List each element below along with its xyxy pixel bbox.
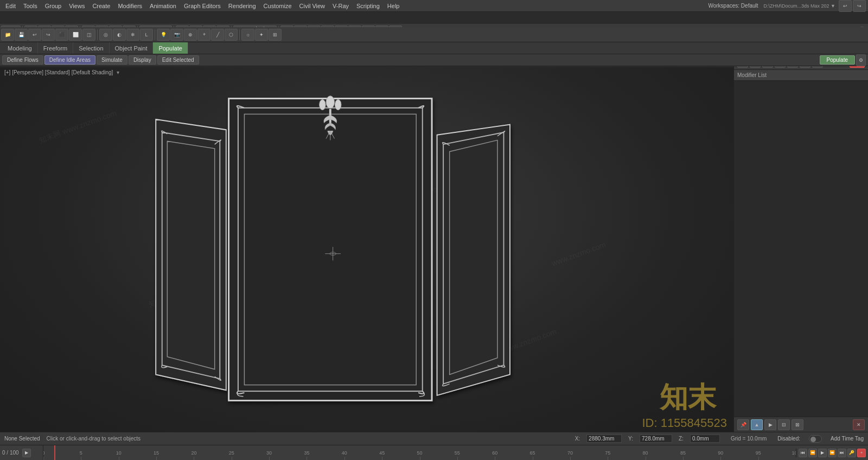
redo-icon[interactable]: ↪ [853, 0, 866, 12]
timeline-tick-35 [307, 457, 307, 460]
modifier-hide-btn[interactable]: ⊠ [792, 419, 803, 430]
y-coord-input[interactable] [640, 435, 672, 443]
timeline-area: 0 / 100 ▶ 051015202530354045505560657075… [0, 445, 868, 460]
sep-r2-1 [97, 29, 98, 40]
simulate-btn[interactable]: Simulate [97, 55, 127, 65]
isolate[interactable]: ◎ [99, 29, 112, 41]
next-frame-btn[interactable]: ⏩ [828, 449, 837, 457]
timeline-tick-80 [646, 457, 646, 460]
object-properties[interactable]: ⊞ [269, 29, 282, 41]
effects[interactable]: ✦ [255, 29, 268, 41]
tab-modeling[interactable]: Modeling [2, 42, 38, 54]
populate-toolbar: Define Flows Define Idle Areas Simulate … [0, 54, 868, 66]
goto-start-btn[interactable]: ⏮ [799, 449, 807, 457]
display-btn[interactable]: Display [129, 55, 156, 65]
x-label: X: [575, 436, 580, 442]
add-key-btn[interactable]: + [857, 449, 866, 457]
hide-select[interactable]: ◐ [113, 29, 126, 41]
prev-frame-btn[interactable]: ⏪ [808, 449, 817, 457]
timeline-label-75: 75 [605, 450, 610, 456]
key-mode-btn[interactable]: 🔑 [847, 449, 856, 457]
menu-create[interactable]: Create [89, 2, 113, 10]
file-save[interactable]: 💾 [15, 29, 28, 41]
main-toolbar-2: 📁 💾 ↩ ↪ ⬛ ⬜ ◫ ◎ ◐ ❄ L 💡 📷 ⊕ ⌖ ╱ ⬡ ☼ ✦ ⊞ [0, 27, 868, 42]
bones[interactable]: ╱ [211, 29, 224, 41]
timeline-tick-15 [156, 457, 157, 460]
svg-marker-16 [437, 125, 510, 395]
redo[interactable]: ↪ [42, 29, 55, 41]
timeline-forward-btn[interactable]: ▶ [22, 449, 31, 457]
y-label: Y: [628, 436, 633, 442]
timeline-label-85: 85 [680, 450, 686, 456]
menu-vray[interactable]: V-Ray [329, 2, 352, 10]
viewport-wireframe[interactable]: ⬜ [69, 29, 82, 41]
menu-group[interactable]: Group [42, 2, 65, 10]
lights-toggle[interactable]: 💡 [157, 29, 170, 41]
add-time-tag-label[interactable]: Add Time Tag [831, 436, 864, 442]
define-flows-btn[interactable]: Define Flows [2, 55, 43, 65]
layer-props[interactable]: L [140, 29, 153, 41]
environment[interactable]: ☼ [241, 29, 254, 41]
modifier-delete-btn[interactable]: ✕ [853, 419, 865, 430]
sep-r2-2 [155, 29, 155, 40]
viewport-shading[interactable]: ⬛ [55, 29, 68, 41]
timeline-tick-50 [420, 457, 420, 460]
menu-rendering[interactable]: Rendering [225, 2, 259, 10]
z-coord-input[interactable] [690, 435, 720, 443]
edit-selected-btn[interactable]: Edit Selected [157, 55, 199, 65]
tab-object-paint[interactable]: Object Paint [110, 42, 154, 54]
timeline-tick-20 [194, 457, 194, 460]
menu-animation[interactable]: Animation [146, 2, 180, 10]
timeline-scrubber[interactable]: 0510152025303540455055606570758085909510… [43, 445, 796, 460]
modifier-nav: 📌 ▲ ▶ ⊟ ⊠ ✕ [734, 417, 868, 432]
undo[interactable]: ↩ [28, 29, 41, 41]
timeline-label-50: 50 [417, 450, 422, 456]
space-warps[interactable]: ⌖ [197, 29, 210, 41]
helpers-toggle[interactable]: ⊕ [184, 29, 197, 41]
menu-help[interactable]: Help [384, 2, 403, 10]
play-btn[interactable]: ▶ [818, 449, 827, 457]
modifier-show-all-btn[interactable]: ⊟ [778, 419, 790, 430]
menu-edit[interactable]: Edit [2, 2, 19, 10]
timeline-label-95: 95 [756, 450, 761, 456]
menu-graph-editors[interactable]: Graph Editors [181, 2, 224, 10]
menu-modifiers[interactable]: Modifiers [114, 2, 145, 10]
freeze[interactable]: ❄ [126, 29, 139, 41]
goto-end-btn[interactable]: ⏭ [838, 449, 846, 457]
shapes[interactable]: ⬡ [225, 29, 238, 41]
z-label: Z: [679, 436, 684, 442]
tab-selection[interactable]: Selection [73, 42, 109, 54]
viewport-edged[interactable]: ◫ [82, 29, 95, 41]
tab-populate[interactable]: Populate [153, 42, 188, 54]
populate-settings-btn[interactable]: ⚙ [856, 54, 866, 66]
populate-main-btn[interactable]: Populate [820, 55, 855, 65]
define-idle-areas-btn[interactable]: Define Idle Areas [44, 55, 95, 65]
timeline-label-90: 90 [718, 450, 723, 456]
modifier-list-body[interactable] [734, 81, 868, 417]
menu-tools[interactable]: Tools [20, 2, 41, 10]
disabled-toggle[interactable] [809, 435, 822, 443]
selected-status: None Selected [4, 436, 40, 442]
viewport-canvas[interactable]: 知末网 www.znzmo.com 知末网 www.znzmo.com 知末网 … [0, 67, 733, 432]
tab-freeform[interactable]: Freeform [38, 42, 74, 54]
timeline-label-60: 60 [492, 450, 497, 456]
timeline-label-5: 5 [80, 450, 82, 456]
menu-scripting[interactable]: Scripting [353, 2, 383, 10]
modifier-pin-btn[interactable]: 📌 [737, 419, 749, 430]
x-coord-input[interactable] [586, 435, 622, 443]
timeline-label-15: 15 [154, 450, 159, 456]
timeline-tick-40 [344, 457, 345, 460]
camera-toggle[interactable]: 📷 [170, 29, 183, 41]
menu-civil-view[interactable]: Civil View [296, 2, 328, 10]
timeline-label-100: 100 [792, 450, 796, 456]
file-open[interactable]: 📁 [1, 29, 14, 41]
modifier-move-right-btn[interactable]: ▶ [764, 419, 776, 430]
undo-icon[interactable]: ↩ [839, 0, 852, 12]
grid-label: Grid = 10.0mm [731, 436, 767, 442]
timeline-label-55: 55 [455, 450, 460, 456]
menu-views[interactable]: Views [66, 2, 88, 10]
modifier-move-up-btn[interactable]: ▲ [751, 419, 763, 430]
menu-customize[interactable]: Customize [260, 2, 295, 10]
timeline-tick-45 [382, 457, 382, 460]
file-path: D:\ZHM\Docum...3ds Max 202 ▼ [762, 3, 838, 9]
